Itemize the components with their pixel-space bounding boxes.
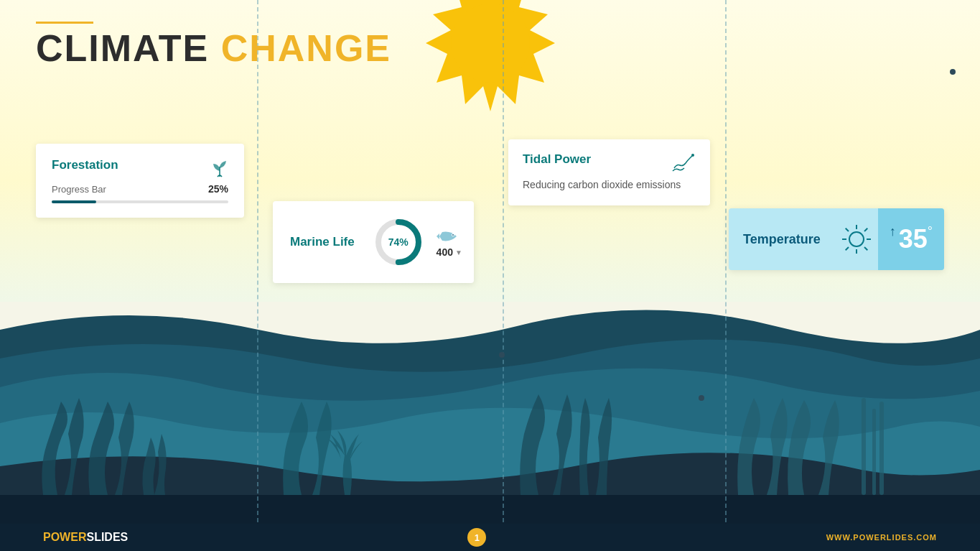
sun-decoration <box>397 0 584 115</box>
progress-label: Progress Bar <box>52 184 106 195</box>
temp-value-area: ↑ 35° <box>878 208 944 270</box>
dashed-dot-1 <box>950 69 956 75</box>
forestation-title: Forestation <box>52 158 228 172</box>
progress-bar-track <box>52 200 228 203</box>
marine-life-title: Marine Life <box>290 235 355 249</box>
forestation-card: Forestation Progress Bar 25% <box>36 144 244 218</box>
temperature-degree: ° <box>928 224 933 239</box>
header-line <box>36 22 93 24</box>
fish-icon <box>435 226 464 246</box>
svg-point-22 <box>849 232 864 246</box>
svg-rect-4 <box>0 495 980 524</box>
svg-rect-7 <box>879 402 884 495</box>
svg-line-28 <box>864 247 867 250</box>
progress-value: 25% <box>208 183 228 195</box>
footer-slides: SLIDES <box>86 531 128 543</box>
tidal-description: Reducing carbon dioxide emissions <box>523 177 696 193</box>
dashed-dot-2 <box>499 352 505 358</box>
temperature-value: 35 <box>899 224 928 254</box>
temperature-arrow: ↑ <box>890 224 896 239</box>
temperature-label: Temperature <box>743 232 821 247</box>
title-orange: CHANGE <box>209 27 391 69</box>
footer-page-number: 1 <box>467 528 486 547</box>
svg-rect-5 <box>862 398 866 495</box>
marine-donut-chart: 74% <box>373 217 424 267</box>
plant-icon <box>208 157 231 184</box>
footer-power: POWER <box>43 531 86 543</box>
dashed-dot-3 <box>699 395 704 401</box>
footer-brand: POWERSLIDES <box>43 531 128 544</box>
progress-row: Progress Bar 25% <box>52 183 228 195</box>
header: CLIMATE CHANGE <box>36 22 391 67</box>
wave-icon <box>671 152 697 178</box>
dashed-line-2 <box>503 0 504 551</box>
svg-point-20 <box>452 234 454 236</box>
fish-count-area: 400 ▼ <box>435 226 464 258</box>
tidal-power-card: Tidal Power Reducing carbon dioxide emis… <box>508 139 710 205</box>
dashed-line-1 <box>257 0 258 551</box>
temp-icon-area <box>835 222 878 256</box>
donut-label: 74% <box>388 236 409 248</box>
footer-website: WWW.POWERLIDES.COM <box>826 533 937 542</box>
svg-point-1 <box>451 4 530 83</box>
tidal-title: Tidal Power <box>523 152 696 167</box>
fish-count: 400 ▼ <box>437 246 462 258</box>
temperature-card: Temperature ↑ 35° <box>729 208 944 270</box>
footer: POWERSLIDES 1 WWW.POWERLIDES.COM <box>0 524 980 551</box>
temp-label-area: Temperature <box>729 216 835 263</box>
svg-rect-6 <box>872 409 876 495</box>
progress-bar-fill <box>52 200 96 203</box>
fish-arrow: ▼ <box>455 249 462 256</box>
marine-life-card: Marine Life 74% 400 ▼ <box>273 201 474 283</box>
svg-point-21 <box>691 154 694 157</box>
page-title: CLIMATE CHANGE <box>36 29 391 67</box>
svg-line-30 <box>845 247 848 250</box>
sun-temperature-icon <box>839 222 874 256</box>
dashed-line-3 <box>725 0 727 551</box>
svg-line-29 <box>864 228 867 231</box>
title-black: CLIMATE <box>36 27 209 69</box>
svg-line-27 <box>845 228 848 231</box>
